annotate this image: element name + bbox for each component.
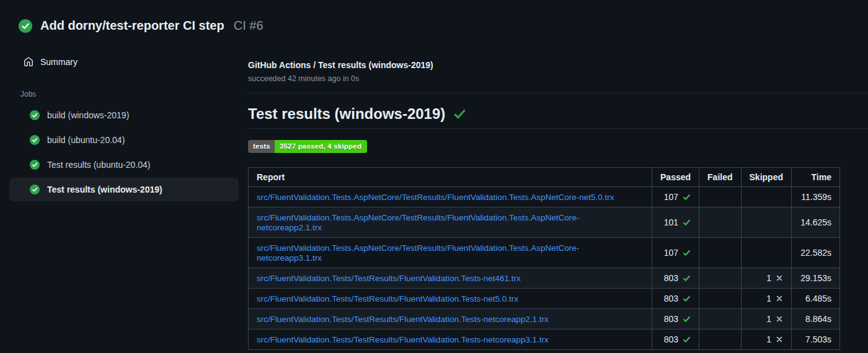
passed-cell: 803 [652, 289, 699, 309]
skipped-cell: 1 [741, 268, 791, 289]
time-cell: 7.503s [792, 329, 840, 350]
skipped-cell: 1 [741, 309, 791, 329]
sidebar-item-build-windows-2019[interactable]: build (windows-2019) [9, 103, 239, 127]
report-link[interactable]: src/FluentValidation.Tests.AspNetCore/Te… [257, 243, 579, 263]
skipped-cell: 1 [741, 289, 791, 309]
check-icon [683, 336, 691, 344]
check-icon [683, 193, 691, 201]
check-icon [683, 219, 691, 227]
column-header-passed: Passed [652, 168, 699, 187]
passed-cell: 107 [652, 238, 699, 268]
cross-icon [776, 336, 783, 343]
cross-icon [776, 295, 783, 302]
time-cell: 14.625s [792, 207, 840, 238]
sidebar-item-test-results-ubuntu-2004[interactable]: Test results (ubuntu-20.04) [9, 153, 239, 176]
failed-cell [699, 329, 741, 350]
check-icon [683, 295, 691, 303]
report-link[interactable]: src/FluentValidation.Tests/TestResults/F… [257, 294, 518, 303]
report-link[interactable]: src/FluentValidation.Tests/TestResults/F… [257, 315, 549, 324]
table-row: src/FluentValidation.Tests.AspNetCore/Te… [249, 238, 840, 268]
check-circle-icon [30, 110, 40, 120]
skipped-cell [741, 207, 791, 238]
check-icon [683, 315, 691, 323]
page-heading: Test results (windows-2019) [248, 105, 868, 129]
run-title: Add dorny/test-reporter CI step [40, 19, 224, 33]
sidebar: Summary Jobs build (windows-2019) build … [0, 54, 248, 350]
job-label: build (windows-2019) [47, 110, 129, 120]
sidebar-item-build-ubuntu-2004[interactable]: build (ubuntu-20.04) [9, 128, 239, 152]
report-link[interactable]: src/FluentValidation.Tests.AspNetCore/Te… [257, 213, 579, 232]
skipped-cell [741, 187, 791, 207]
time-cell: 6.485s [792, 289, 840, 309]
check-icon [683, 274, 691, 282]
column-header-failed: Failed [699, 168, 741, 187]
table-row: src/FluentValidation.Tests.AspNetCore/Te… [249, 207, 840, 238]
time-cell: 8.864s [792, 309, 840, 329]
table-row: src/FluentValidation.Tests/TestResults/F… [249, 329, 840, 350]
home-icon [24, 57, 33, 67]
main-panel: GitHub Actions / Test results (windows-2… [248, 54, 868, 350]
passed-cell: 803 [652, 329, 699, 350]
time-cell: 29.153s [792, 268, 840, 289]
job-label: Test results (ubuntu-20.04) [47, 160, 151, 170]
check-circle-icon [30, 185, 40, 194]
check-circle-icon [30, 135, 40, 145]
column-header-report: Report [249, 168, 652, 187]
report-link[interactable]: src/FluentValidation.Tests.AspNetCore/Te… [257, 193, 614, 202]
table-header-row: Report Passed Failed Skipped Time [249, 168, 840, 187]
skipped-cell: 1 [741, 329, 791, 350]
summary-label: Summary [40, 57, 78, 67]
table-row: src/FluentValidation.Tests/TestResults/F… [249, 268, 840, 289]
job-label: Test results (windows-2019) [47, 185, 162, 194]
passed-cell: 107 [652, 187, 699, 207]
content-area: Summary Jobs build (windows-2019) build … [0, 54, 868, 350]
run-number: CI #6 [234, 19, 264, 33]
failed-cell [699, 187, 741, 207]
time-cell: 22.582s [792, 238, 840, 268]
tests-count-badge: tests 3527 passed, 4 skipped [248, 140, 367, 153]
test-results-table: Report Passed Failed Skipped Time src/Fl… [248, 167, 840, 350]
failed-cell [699, 207, 741, 238]
jobs-section-label: Jobs [20, 90, 248, 98]
skipped-cell [741, 238, 791, 268]
run-status-check-circle-icon [19, 19, 32, 33]
run-header: Add dorny/test-reporter CI step CI #6 [0, 0, 868, 33]
check-circle-icon [30, 160, 40, 170]
page-heading-text: Test results (windows-2019) [248, 105, 445, 123]
check-icon [683, 249, 691, 257]
check-suite-title: GitHub Actions / Test results (windows-2… [248, 60, 868, 70]
badge-label: tests [248, 140, 275, 153]
failed-cell [699, 309, 741, 329]
table-row: src/FluentValidation.Tests/TestResults/F… [249, 309, 840, 329]
passed-cell: 803 [652, 268, 699, 289]
passed-cell: 803 [652, 309, 699, 329]
report-link[interactable]: src/FluentValidation.Tests/TestResults/F… [257, 335, 549, 344]
table-row: src/FluentValidation.Tests.AspNetCore/Te… [249, 187, 840, 207]
passed-cell: 101 [652, 207, 699, 238]
heading-check-icon [453, 108, 466, 121]
badge-value: 3527 passed, 4 skipped [275, 140, 367, 153]
table-row: src/FluentValidation.Tests/TestResults/F… [249, 289, 840, 309]
column-header-time: Time [792, 168, 840, 187]
report-link[interactable]: src/FluentValidation.Tests/TestResults/F… [257, 274, 521, 283]
cross-icon [776, 315, 783, 323]
failed-cell [699, 268, 741, 289]
sidebar-item-summary[interactable]: Summary [9, 54, 239, 70]
time-cell: 11.359s [792, 187, 840, 207]
cross-icon [776, 274, 783, 282]
failed-cell [699, 289, 741, 309]
job-label: build (ubuntu-20.04) [47, 135, 125, 145]
sidebar-item-test-results-windows-2019[interactable]: Test results (windows-2019) [9, 178, 239, 201]
failed-cell [699, 238, 741, 268]
section-divider [248, 93, 868, 94]
column-header-skipped: Skipped [741, 168, 791, 187]
check-suite-status: succeeded 42 minutes ago in 0s [248, 74, 868, 83]
